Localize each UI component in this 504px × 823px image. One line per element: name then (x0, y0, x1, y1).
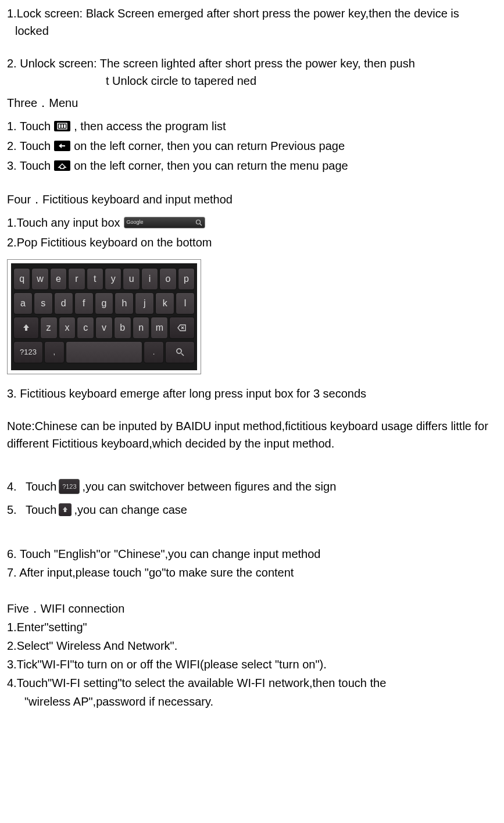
key-p: p (178, 268, 195, 290)
key-w: w (31, 268, 48, 290)
search-box-icon: Google (124, 217, 205, 228)
unlock-line1: 2. Unlock screen: The screen lighted aft… (7, 55, 497, 72)
period-key: . (144, 341, 164, 363)
key-m: m (151, 317, 168, 339)
menu-1-pre: 1. Touch (7, 117, 51, 135)
four-header: Four．Fictitious keyboard and input metho… (7, 191, 497, 208)
key-e: e (50, 268, 67, 290)
menu-item-2: 2. Touch on the left corner, then you ca… (7, 137, 497, 155)
svg-point-4 (196, 220, 200, 224)
key-r: r (68, 268, 85, 290)
five-item-3: 3.Tick"WI-FI"to turn on or off the WIFI(… (7, 656, 497, 673)
key-z: z (40, 317, 58, 339)
numkey-icon: ?123 (59, 479, 80, 494)
four-item-4: 4. Touch ?123 ,you can switchover betwee… (7, 478, 497, 495)
search-key (165, 341, 195, 363)
menu-2-pre: 2. Touch (7, 137, 51, 155)
four-item-1: 1.Touch any input box Google (7, 214, 497, 231)
menu-3-post: on the left corner, then you can return … (74, 157, 348, 174)
key-k: k (155, 292, 174, 314)
key-y: y (105, 268, 121, 290)
keyboard-image: qwertyuiop asdfghjkl zxcvbnm ?123 , . (7, 259, 201, 374)
lock-line1: 1.Lock screen: Black Screen emerged afte… (7, 5, 497, 22)
four-item-3: 3. Fictitious keyboard emerge after long… (7, 385, 497, 402)
svg-rect-3 (64, 124, 66, 128)
key-o: o (159, 268, 176, 290)
four-note: Note:Chinese can be inputed by BAIDU inp… (7, 417, 497, 452)
four-5-pre: Touch (26, 501, 56, 518)
key-l: l (176, 292, 195, 314)
num-5: 5. (7, 501, 23, 518)
five-item-2: 2.Select" Wireless And Network". (7, 637, 497, 654)
grid-icon (54, 121, 70, 131)
menu-item-1: 1. Touch , then access the program list (7, 117, 497, 135)
magnifier-icon (195, 219, 202, 226)
key-s: s (34, 292, 53, 314)
key-h: h (115, 292, 134, 314)
four-4-post: ,you can switchover between figures and … (82, 478, 336, 495)
num-4: 4. (7, 478, 23, 495)
svg-line-9 (181, 353, 184, 356)
menu-1-post: , then access the program list (74, 117, 226, 135)
four-item-2: 2.Pop Fictitious keyboard on the bottom (7, 234, 497, 251)
numkey: ?123 (13, 341, 43, 363)
key-x: x (59, 317, 76, 339)
comma-key: , (44, 341, 65, 363)
key-d: d (54, 292, 73, 314)
shift-icon (59, 503, 72, 516)
four-item-7: 7. After input,please touch "go"to make … (7, 564, 497, 581)
lock-line2: locked (7, 22, 497, 40)
svg-rect-1 (59, 124, 60, 128)
four-1-text: 1.Touch any input box (7, 214, 120, 231)
four-item-6: 6. Touch "English"or "Chinese",you can c… (7, 545, 497, 563)
five-header: Five．WIFI connection (7, 600, 497, 617)
search-label: Google (127, 219, 195, 227)
unlock-screen-para: 2. Unlock screen: The screen lighted aft… (7, 55, 497, 90)
shift-key (13, 317, 39, 339)
key-a: a (13, 292, 33, 314)
key-q: q (13, 268, 30, 290)
menu-3-pre: 3. Touch (7, 157, 51, 174)
three-header: Three．Menu (7, 94, 497, 112)
back-icon (54, 141, 70, 151)
key-n: n (133, 317, 150, 339)
five-item-1: 1.Enter"setting" (7, 618, 497, 636)
unlock-line2: t Unlock circle to tapered ned (7, 72, 497, 90)
key-j: j (135, 292, 154, 314)
key-v: v (95, 317, 113, 339)
four-4-pre: Touch (26, 478, 56, 495)
key-u: u (123, 268, 140, 290)
svg-line-5 (200, 224, 202, 226)
menu-2-post: on the left corner, then you can return … (74, 137, 345, 155)
key-c: c (77, 317, 94, 339)
four-5-post: ,you can change case (74, 501, 187, 518)
lock-screen-para: 1.Lock screen: Black Screen emerged afte… (7, 5, 497, 40)
home-icon (54, 160, 70, 171)
five-item-4b: "wireless AP",password if necessary. (7, 693, 497, 710)
key-t: t (87, 268, 103, 290)
key-f: f (74, 292, 94, 314)
four-item-5: 5. Touch ,you can change case (7, 501, 497, 518)
space-key (66, 341, 143, 363)
key-i: i (141, 268, 158, 290)
svg-rect-2 (62, 124, 63, 128)
key-g: g (95, 292, 114, 314)
menu-item-3: 3. Touch on the left corner, then you ca… (7, 157, 497, 174)
five-item-4a: 4.Touch"WI-FI setting"to select the avai… (7, 674, 497, 692)
svg-point-8 (177, 349, 181, 353)
backspace-key (169, 317, 195, 339)
key-b: b (114, 317, 131, 339)
